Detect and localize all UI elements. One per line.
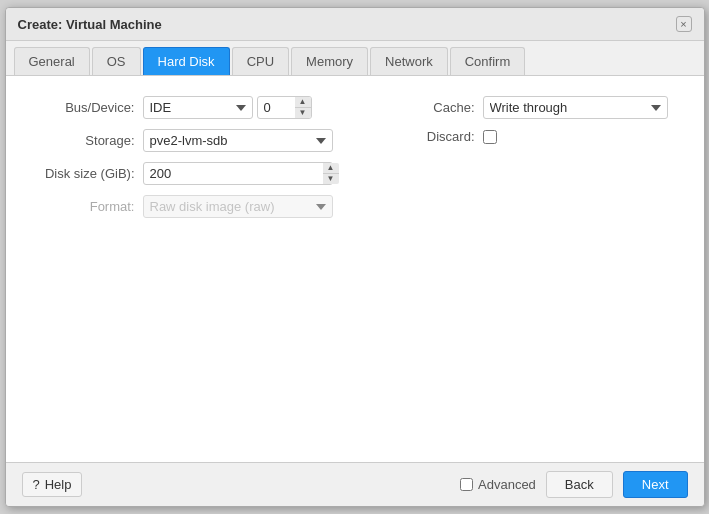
device-spinner: ▲ ▼ <box>257 96 312 119</box>
disk-size-spinners: ▲ ▼ <box>323 163 339 184</box>
device-decrement-btn[interactable]: ▼ <box>295 108 311 118</box>
left-section: Bus/Device: IDE SATA SCSI VirtIO Block ▲ <box>30 96 340 218</box>
back-button[interactable]: Back <box>546 471 613 498</box>
footer-right: Advanced Back Next <box>460 471 687 498</box>
cache-row: Cache: Write through No cache Direct syn… <box>370 96 680 119</box>
storage-control: pve2-lvm-sdb <box>143 129 340 152</box>
tab-os[interactable]: OS <box>92 47 141 75</box>
tab-cpu[interactable]: CPU <box>232 47 289 75</box>
cache-control: Write through No cache Direct sync Write… <box>483 96 680 119</box>
bus-device-label: Bus/Device: <box>30 100 135 115</box>
bus-device-row: Bus/Device: IDE SATA SCSI VirtIO Block ▲ <box>30 96 340 119</box>
dialog-title: Create: Virtual Machine <box>18 17 162 32</box>
disk-size-input[interactable] <box>143 162 333 185</box>
tab-confirm[interactable]: Confirm <box>450 47 526 75</box>
storage-row: Storage: pve2-lvm-sdb <box>30 129 340 152</box>
help-label: Help <box>45 477 72 492</box>
bus-device-group: IDE SATA SCSI VirtIO Block ▲ ▼ <box>143 96 340 119</box>
disk-size-row: Disk size (GiB): ▲ ▼ <box>30 162 340 185</box>
format-label: Format: <box>30 199 135 214</box>
storage-label: Storage: <box>30 133 135 148</box>
disk-size-decrement-btn[interactable]: ▼ <box>323 174 339 184</box>
footer: ? Help Advanced Back Next <box>6 462 704 506</box>
tab-network[interactable]: Network <box>370 47 448 75</box>
right-section: Cache: Write through No cache Direct syn… <box>370 96 680 218</box>
footer-left: ? Help <box>22 472 83 497</box>
tab-bar: General OS Hard Disk CPU Memory Network … <box>6 41 704 76</box>
disk-size-increment-btn[interactable]: ▲ <box>323 163 339 174</box>
disk-size-label: Disk size (GiB): <box>30 166 135 181</box>
format-select[interactable]: Raw disk image (raw) <box>143 195 333 218</box>
format-control: Raw disk image (raw) <box>143 195 340 218</box>
tab-general[interactable]: General <box>14 47 90 75</box>
discard-control <box>483 130 680 144</box>
form-grid: Bus/Device: IDE SATA SCSI VirtIO Block ▲ <box>30 96 680 218</box>
title-bar: Create: Virtual Machine × <box>6 8 704 41</box>
discard-checkbox[interactable] <box>483 130 497 144</box>
help-button[interactable]: ? Help <box>22 472 83 497</box>
advanced-text: Advanced <box>478 477 536 492</box>
device-spinner-btns: ▲ ▼ <box>295 97 311 118</box>
format-row: Format: Raw disk image (raw) <box>30 195 340 218</box>
tab-memory[interactable]: Memory <box>291 47 368 75</box>
close-button[interactable]: × <box>676 16 692 32</box>
next-button[interactable]: Next <box>623 471 688 498</box>
create-vm-dialog: Create: Virtual Machine × General OS Har… <box>5 7 705 507</box>
discard-label: Discard: <box>370 129 475 144</box>
tab-hard-disk[interactable]: Hard Disk <box>143 47 230 75</box>
form-content: Bus/Device: IDE SATA SCSI VirtIO Block ▲ <box>6 76 704 462</box>
cache-label: Cache: <box>370 100 475 115</box>
discard-row: Discard: <box>370 129 680 144</box>
disk-size-wrapper: ▲ ▼ <box>143 162 340 185</box>
storage-select[interactable]: pve2-lvm-sdb <box>143 129 333 152</box>
cache-select[interactable]: Write through No cache Direct sync Write… <box>483 96 668 119</box>
bus-select[interactable]: IDE SATA SCSI VirtIO Block <box>143 96 253 119</box>
advanced-checkbox[interactable] <box>460 478 473 491</box>
device-increment-btn[interactable]: ▲ <box>295 97 311 108</box>
advanced-label: Advanced <box>460 477 536 492</box>
help-icon: ? <box>33 477 40 492</box>
